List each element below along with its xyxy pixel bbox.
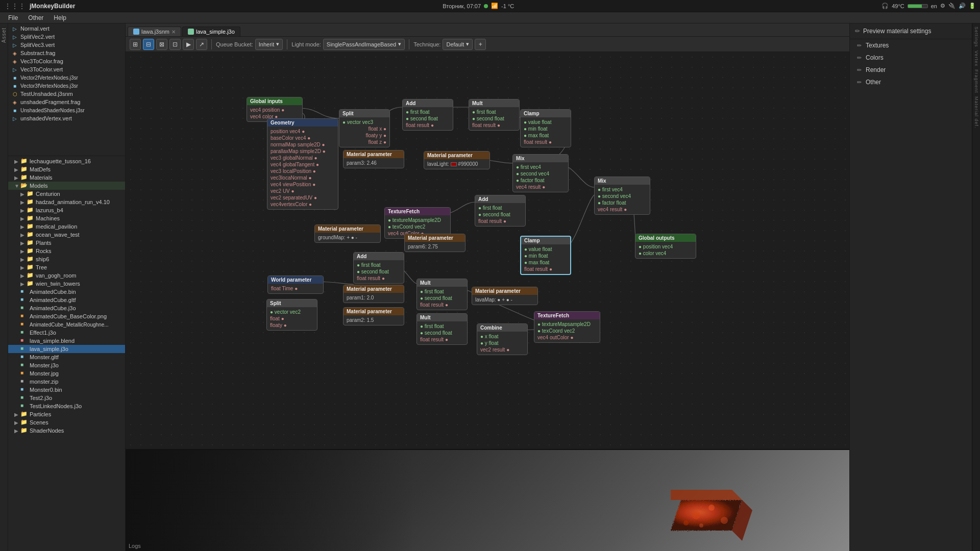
file-animcube-j3o[interactable]: ■ AnimatedCube.j3o	[8, 304, 125, 312]
file-vec3color-frag[interactable]: ◈ Vec3ToColor.frag	[8, 57, 125, 65]
file-normal-vert[interactable]: ▷ Normal.vert	[8, 24, 125, 33]
file-splitvec2-vert[interactable]: ▷ SplitVec2.vert	[8, 33, 125, 41]
folder-shadernodes[interactable]: ▶ 📁 ShaderNodes	[8, 427, 125, 435]
file-animcube-bin[interactable]: ■ AnimatedCube.bin	[8, 288, 125, 296]
tab-lawa[interactable]: lawa.j3snm ✕	[128, 27, 181, 36]
node-mat-param3[interactable]: Material parameter param3: 2.46	[343, 150, 404, 168]
folder-rocks[interactable]: ▶ 📁 Rocks	[8, 247, 125, 255]
file-animcube-basecolor[interactable]: ■ AnimatedCube_BaseColor.png	[8, 312, 125, 320]
node-mult2[interactable]: Mult ● first float ● second float float …	[416, 279, 468, 310]
folder-lazurus[interactable]: ▶ 📁 lazurus_b4	[8, 206, 125, 214]
node-global-outputs[interactable]: Global outputs ● position vec4 ● color v…	[635, 234, 696, 259]
folder-centurion[interactable]: ▶ 📁 Centurion	[8, 190, 125, 198]
node-add1[interactable]: Add ● first float ● second float float r…	[402, 99, 453, 131]
settings-icon[interactable]: ⚙	[940, 3, 945, 9]
output-label: vec3 globalNormal ●	[271, 155, 317, 161]
node-split2[interactable]: Split ● vector vec2 float ● floaty ●	[266, 299, 317, 331]
node-mat-param1[interactable]: Material parameter param1: 2.0	[343, 285, 404, 303]
node-mix1[interactable]: Mix ● first vec4 ● second vec4 ● factor …	[512, 154, 569, 192]
technique-select[interactable]: Default ▾	[443, 39, 473, 50]
node-header: World parameter	[268, 276, 323, 284]
file-monster0-bin[interactable]: ■ Monster0.bin	[8, 386, 125, 394]
folder-wien[interactable]: ▶ 📁 wien_twin_towers	[8, 280, 125, 288]
folder-models[interactable]: ▼ 📂 Models	[8, 182, 125, 190]
folder-ocean[interactable]: ▶ 📁 ocean_wave_test	[8, 231, 125, 239]
folder-vangogh[interactable]: ▶ 📁 van_gogh_room	[8, 271, 125, 280]
file-monster-zip[interactable]: ■ monster.zip	[8, 378, 125, 386]
folder-matdefs[interactable]: ▶ 📁 MatDefs	[8, 165, 125, 173]
file-unshaded-frag[interactable]: ◈ unshadedFragment.frag	[8, 98, 125, 106]
node-add3[interactable]: Add ● first float ● second float float r…	[475, 195, 526, 227]
folder-particles[interactable]: ▶ 📁 Particles	[8, 410, 125, 418]
file-unshaded-j3sr[interactable]: ■ UnshadedShaderNodes.j3sr	[8, 106, 125, 114]
folder-medical[interactable]: ▶ 📁 medical_pavilion	[8, 222, 125, 231]
toolbar-btn-grid2[interactable]: ⊟	[143, 39, 154, 50]
node-mat-ground[interactable]: Material parameter groundMap: + ● -	[314, 224, 381, 243]
file-lava-blend[interactable]: ■ lava_simple.blend	[8, 337, 125, 345]
node-mult3[interactable]: Mult ● first float ● second float float …	[416, 313, 468, 345]
node-mix2[interactable]: Mix ● first vec4 ● second vec4 ● factor …	[594, 177, 650, 215]
file-testlinked[interactable]: ■ TestLinkedNodes.j3o	[8, 402, 125, 410]
menu-other[interactable]: Other	[23, 13, 48, 22]
folder-plants[interactable]: ▶ 📁 Plants	[8, 239, 125, 247]
right-menu-colors[interactable]: ✏ Colors	[850, 52, 972, 64]
file-unshaded-vert[interactable]: ▷ unshadedVertex.vert	[8, 114, 125, 122]
file-vector2f[interactable]: ■ Vector2fVertexNodes.j3sr	[8, 73, 125, 82]
file-animcube-metallic[interactable]: ■ AnimatedCube_MetallicRoughne...	[8, 320, 125, 329]
node-mat-param6[interactable]: Material parameter param6: 2.75	[404, 234, 465, 252]
node-clamp1[interactable]: Clamp ● value float ● min float ● max fl…	[520, 109, 571, 147]
toolbar-btn-add[interactable]: +	[475, 39, 486, 50]
toolbar-btn-export[interactable]: ↗	[196, 39, 207, 50]
node-texfetch2[interactable]: TextureFetch ● textureMapsample2D ● texC…	[534, 311, 600, 343]
right-panel-header: ✏ Preview material settings	[850, 23, 972, 39]
toolbar-btn-play[interactable]: ▶	[183, 39, 194, 50]
node-geometry[interactable]: Geometry position vec4 ● baseColor vec4 …	[267, 118, 338, 210]
node-mat-param-color[interactable]: Material parameter lavaLight: #990000	[424, 151, 490, 169]
file-splitvec3-vert[interactable]: ▷ SplitVec3.vert	[8, 41, 125, 49]
node-mult1[interactable]: Mult ● first float ● second float float …	[469, 99, 520, 131]
node-split1[interactable]: Split ● vector vec3 float x ● floaty y ●	[339, 109, 390, 147]
menu-file[interactable]: File	[3, 13, 23, 22]
file-vec3color-vert[interactable]: ▷ Vec3ToColor.vert	[8, 65, 125, 73]
tab-lava[interactable]: lava_simple.j3o	[182, 27, 240, 36]
folder-tree[interactable]: ▶ 📁 Tree	[8, 263, 125, 271]
queue-bucket-select[interactable]: Inherit ▾	[255, 39, 283, 50]
toolbar-btn-grid3[interactable]: ⊠	[156, 39, 167, 50]
file-monster-gltf[interactable]: ■ Monster.gltf	[8, 353, 125, 361]
folder-scenes[interactable]: ▶ 📁 Scenes	[8, 418, 125, 427]
node-add2[interactable]: Add ● first float ● second float float r…	[353, 252, 404, 284]
node-mat-param2[interactable]: Material parameter param2: 1.5	[343, 307, 404, 325]
node-graph[interactable]: Global inputs vec4 position ● vec4 color…	[126, 52, 849, 449]
toolbar-btn-grid4[interactable]: ⊡	[169, 39, 181, 50]
folder-lechauguette[interactable]: ▶ 📁 lechauguette_tusson_16	[8, 157, 125, 165]
output-label: vec4 viewPosition ●	[271, 182, 315, 187]
file-monster-j3o[interactable]: ■ Monster.j3o	[8, 361, 125, 369]
strip-materialdef[interactable]: Material def.	[974, 96, 979, 129]
file-animcube-gltf[interactable]: ■ AnimatedCube.gltf	[8, 296, 125, 304]
file-lava-j3o[interactable]: ■ lava_simple.j3o	[8, 345, 125, 353]
node-mat-lavamap[interactable]: Material parameter lavaMap: ● + ● -	[472, 287, 538, 305]
right-menu-other[interactable]: ✏ Other	[850, 76, 972, 88]
node-clamp2[interactable]: Clamp ● value float ● min float ● max fl…	[520, 236, 571, 275]
toolbar-btn-grid1[interactable]: ⊞	[130, 39, 141, 50]
file-vector3f[interactable]: ■ Vector3fVertexNodes.j3sr	[8, 82, 125, 90]
file-test2[interactable]: ■ Test2.j3o	[8, 394, 125, 402]
strip-settings[interactable]: Settings	[974, 27, 979, 47]
folder-materials[interactable]: ▶ 📁 Materials	[8, 173, 125, 182]
right-menu-render[interactable]: ✏ Render	[850, 64, 972, 76]
right-menu-textures[interactable]: ✏ Textures	[850, 39, 972, 52]
tab-close-icon[interactable]: ✕	[172, 29, 176, 35]
node-combine[interactable]: Combine ● x float ● y float vec2 result …	[477, 323, 528, 355]
menu-help[interactable]: Help	[48, 13, 71, 22]
strip-vertex[interactable]: Vertex	[974, 51, 979, 67]
folder-hadzad[interactable]: ▶ 📁 hadzad_animation_run_v4.10	[8, 198, 125, 206]
file-monster-jpg[interactable]: ■ Monster.jpg	[8, 369, 125, 378]
strip-fragment[interactable]: Fragment	[974, 69, 979, 93]
folder-machines[interactable]: ▶ 📁 Machines	[8, 214, 125, 222]
file-substract-frag[interactable]: ◈ Substract.frag	[8, 49, 125, 57]
file-test-unshaded[interactable]: ⬡ TestUnshaded.j3snm	[8, 90, 125, 98]
light-mode-select[interactable]: SinglePassAndImageBased ▾	[323, 39, 405, 50]
folder-ship6[interactable]: ▶ 📁 ship6	[8, 255, 125, 263]
file-effect1[interactable]: ■ Effect1.j3o	[8, 329, 125, 337]
node-world-param[interactable]: World parameter float Time ●	[267, 276, 324, 294]
